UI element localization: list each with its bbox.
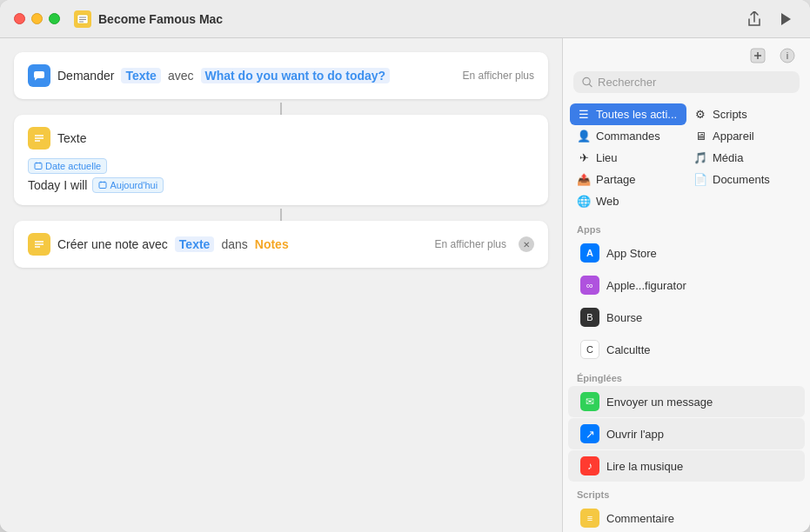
creer-value[interactable]: Notes bbox=[255, 237, 289, 251]
applefigurator-label: Apple...figurator bbox=[606, 279, 686, 292]
item-header: Demander Texte avec What do you want to … bbox=[28, 64, 534, 87]
epinglees-section-label: Épinglées bbox=[563, 366, 810, 385]
date-badge[interactable]: Date actuelle bbox=[28, 158, 107, 174]
workflow-panel: Demander Texte avec What do you want to … bbox=[0, 38, 562, 532]
partage-label: Partage bbox=[596, 173, 636, 186]
sidebar-item-envoyer-message[interactable]: ✉ Envoyer un message bbox=[568, 386, 805, 417]
web-icon: 🌐 bbox=[577, 195, 591, 208]
apps-section-label: Apps bbox=[563, 217, 810, 236]
sidebar-add-button[interactable] bbox=[747, 45, 768, 66]
category-media[interactable]: 🎵 Média bbox=[686, 147, 803, 169]
scripts-section-label: Scripts bbox=[563, 482, 810, 502]
connector-2 bbox=[280, 209, 282, 221]
titlebar-actions bbox=[744, 9, 796, 30]
creer-icon bbox=[28, 233, 50, 256]
sidebar-item-applefigurator[interactable]: ∞ Apple...figurator bbox=[568, 269, 805, 301]
workflow-item-demander[interactable]: Demander Texte avec What do you want to … bbox=[14, 52, 548, 99]
applefigurator-icon: ∞ bbox=[580, 276, 599, 295]
category-grid: ☰ Toutes les acti... ⚙ Scripts 👤 Command… bbox=[563, 98, 810, 217]
commandes-label: Commandes bbox=[596, 130, 660, 143]
svg-rect-11 bbox=[99, 183, 106, 189]
svg-rect-8 bbox=[35, 163, 42, 170]
texte-header: Texte bbox=[28, 127, 534, 150]
play-button[interactable] bbox=[775, 9, 796, 30]
appareil-label: Appareil bbox=[713, 130, 754, 143]
minimize-button[interactable] bbox=[31, 13, 43, 24]
demander-afficher[interactable]: En afficher plus bbox=[463, 70, 535, 82]
demander-value[interactable]: What do you want to do today? bbox=[201, 68, 391, 83]
svg-line-23 bbox=[589, 84, 592, 87]
main-content: Demander Texte avec What do you want to … bbox=[0, 38, 810, 532]
commandes-icon: 👤 bbox=[577, 130, 591, 143]
today-badge[interactable]: Aujourd'hui bbox=[92, 177, 164, 193]
sidebar-header: i bbox=[563, 38, 810, 66]
envoyer-icon: ✉ bbox=[580, 392, 599, 411]
demander-param[interactable]: Texte bbox=[121, 68, 161, 83]
demander-label: Demander bbox=[57, 69, 114, 83]
media-icon: 🎵 bbox=[693, 151, 707, 164]
ouvrir-label: Ouvrir l'app bbox=[606, 428, 664, 441]
texte-icon bbox=[28, 127, 50, 150]
sidebar-item-ouvrir-app[interactable]: ↗ Ouvrir l'app bbox=[568, 418, 805, 449]
texte-content: Today I will Aujourd'hui bbox=[28, 177, 534, 193]
category-lieu[interactable]: ✈ Lieu bbox=[570, 147, 686, 169]
appstore-icon: A bbox=[580, 243, 599, 263]
demander-connector: avec bbox=[168, 69, 194, 83]
texte-block: Date actuelle Today I will Aujourd'hui bbox=[28, 158, 534, 193]
category-appareil[interactable]: 🖥 Appareil bbox=[686, 125, 803, 147]
web-label: Web bbox=[596, 195, 619, 208]
category-commandes[interactable]: 👤 Commandes bbox=[570, 125, 686, 147]
sidebar-info-button[interactable]: i bbox=[777, 45, 798, 66]
scripts-icon: ⚙ bbox=[693, 108, 707, 121]
category-scripts[interactable]: ⚙ Scripts bbox=[686, 103, 803, 125]
lieu-label: Lieu bbox=[596, 151, 618, 164]
sidebar-item-calcultte[interactable]: C Calcultte bbox=[568, 334, 805, 365]
sidebar-item-appstore[interactable]: A App Store bbox=[568, 237, 805, 269]
creer-close-button[interactable]: ✕ bbox=[519, 236, 534, 252]
sidebar: i ☰ Toutes les acti... bbox=[562, 38, 810, 532]
svg-rect-4 bbox=[34, 71, 44, 78]
toutes-icon: ☰ bbox=[577, 108, 591, 121]
window-title: Become Famous Mac bbox=[98, 12, 737, 26]
fullscreen-button[interactable] bbox=[49, 13, 60, 24]
scripts-label: Scripts bbox=[713, 108, 747, 121]
sidebar-item-commentaire[interactable]: ≡ Commentaire bbox=[568, 502, 805, 532]
sidebar-item-bourse[interactable]: B Bourse bbox=[568, 302, 805, 333]
calcultte-label: Calcultte bbox=[606, 343, 651, 356]
lire-label: Lire la musique bbox=[606, 460, 683, 473]
app-icon bbox=[74, 10, 91, 28]
category-web[interactable]: 🌐 Web bbox=[570, 190, 686, 212]
creer-connector: dans bbox=[221, 237, 247, 251]
partage-icon: 📤 bbox=[577, 173, 591, 186]
workflow-item-texte[interactable]: Texte Date actuelle Today I will bbox=[14, 115, 548, 205]
creer-afficher[interactable]: En afficher plus bbox=[435, 238, 507, 250]
commentaire-label: Commentaire bbox=[606, 512, 674, 525]
creer-header: Créer une note avec Texte dans Notes En … bbox=[28, 233, 534, 256]
texte-label: Texte bbox=[57, 131, 86, 145]
close-button[interactable] bbox=[14, 13, 25, 24]
ouvrir-icon: ↗ bbox=[580, 424, 599, 443]
connector-1 bbox=[280, 103, 282, 115]
texte-text: Today I will bbox=[28, 178, 87, 192]
creer-param[interactable]: Texte bbox=[175, 236, 215, 252]
search-input[interactable] bbox=[598, 76, 791, 89]
toutes-label: Toutes les acti... bbox=[596, 108, 677, 121]
search-container bbox=[563, 66, 810, 98]
sidebar-item-lire-musique[interactable]: ♪ Lire la musique bbox=[568, 450, 805, 482]
category-toutes[interactable]: ☰ Toutes les acti... bbox=[570, 103, 686, 125]
category-documents[interactable]: 📄 Documents bbox=[686, 169, 803, 190]
creer-label: Créer une note avec bbox=[57, 237, 168, 251]
share-button[interactable] bbox=[744, 9, 765, 30]
sidebar-section: Apps A App Store ∞ Apple...figurator B B… bbox=[563, 217, 810, 532]
bourse-icon: B bbox=[580, 308, 599, 327]
appareil-icon: 🖥 bbox=[693, 130, 707, 143]
workflow-item-creer-note[interactable]: Créer une note avec Texte dans Notes En … bbox=[14, 221, 548, 268]
media-label: Média bbox=[713, 151, 743, 164]
lieu-icon: ✈ bbox=[577, 151, 591, 164]
demander-icon bbox=[28, 64, 50, 87]
appstore-label: App Store bbox=[606, 247, 657, 260]
search-bar[interactable] bbox=[573, 71, 800, 93]
commentaire-icon: ≡ bbox=[580, 509, 599, 528]
category-partage[interactable]: 📤 Partage bbox=[570, 169, 686, 190]
titlebar: Become Famous Mac bbox=[0, 0, 810, 38]
